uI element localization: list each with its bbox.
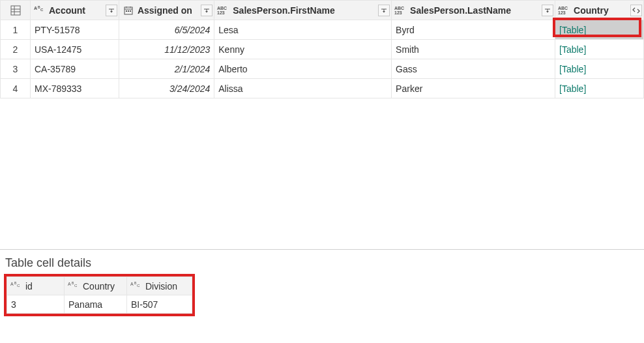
column-label: Account	[46, 5, 104, 16]
svg-text:A: A	[10, 282, 14, 286]
main-table-container: ABC Account Assigned on	[0, 0, 644, 250]
svg-text:C: C	[17, 284, 20, 288]
country-cell[interactable]: [Table]	[555, 40, 644, 59]
details-panel: Table cell details ABC id	[0, 250, 644, 322]
svg-text:123: 123	[558, 10, 566, 15]
column-header-account[interactable]: ABC Account	[31, 1, 119, 20]
details-row[interactable]: 3 Panama BI-507	[7, 295, 192, 314]
svg-text:ABC: ABC	[394, 6, 404, 10]
svg-rect-0	[11, 6, 20, 15]
column-label: Assigned on	[135, 5, 199, 16]
details-id-cell: 3	[7, 299, 64, 310]
lastname-cell[interactable]: Byrd	[392, 20, 555, 40]
svg-text:123: 123	[217, 10, 225, 15]
filter-button[interactable]	[542, 5, 553, 16]
svg-text:A: A	[130, 282, 134, 286]
column-header-firstname[interactable]: ABC123 SalesPerson.FirstName	[214, 1, 392, 20]
svg-text:C: C	[40, 8, 44, 12]
account-cell[interactable]: CA-35789	[31, 59, 119, 79]
row-number[interactable]: 2	[1, 40, 31, 59]
lastname-cell[interactable]: Smith	[392, 40, 555, 59]
text-type-icon: ABC	[10, 281, 23, 291]
firstname-cell[interactable]: Kenny	[214, 40, 392, 59]
lastname-cell[interactable]: Parker	[392, 79, 555, 98]
row-number[interactable]: 1	[1, 20, 31, 40]
column-label: Country	[571, 5, 629, 16]
account-cell[interactable]: PTY-51578	[31, 20, 119, 40]
date-type-icon	[122, 5, 135, 16]
text-type-icon: ABC	[130, 281, 143, 291]
firstname-cell[interactable]: Alissa	[214, 79, 392, 98]
svg-rect-11	[126, 10, 127, 12]
table-row[interactable]: 3CA-357892/1/2024AlbertoGass[Table]	[1, 59, 644, 79]
table-row[interactable]: 2USA-1247511/12/2023KennySmith[Table]	[1, 40, 644, 59]
country-cell[interactable]: [Table]	[555, 20, 644, 40]
svg-text:A: A	[34, 6, 37, 10]
filter-button[interactable]	[106, 5, 117, 16]
details-header-id[interactable]: ABC id	[7, 277, 65, 295]
table-row[interactable]: 4MX-7893333/24/2024AlissaParker[Table]	[1, 79, 644, 98]
column-header-assigned[interactable]: Assigned on	[119, 1, 214, 20]
assigned-cell[interactable]: 6/5/2024	[119, 20, 214, 40]
column-header-lastname[interactable]: ABC123 SalesPerson.LastName	[392, 1, 555, 20]
svg-rect-12	[128, 10, 129, 12]
lastname-cell[interactable]: Gass	[392, 59, 555, 79]
column-label: SalesPerson.FirstName	[230, 5, 377, 16]
country-cell[interactable]: [Table]	[555, 59, 644, 79]
column-label: id	[23, 281, 63, 291]
account-cell[interactable]: MX-789333	[31, 79, 119, 98]
details-table: ABC id ABC Country	[7, 276, 192, 314]
any-type-icon: ABC123	[217, 5, 230, 16]
account-cell[interactable]: USA-12475	[31, 40, 119, 59]
details-country-cell: Panama	[65, 299, 126, 310]
text-type-icon: ABC	[67, 281, 80, 291]
svg-rect-13	[130, 10, 131, 12]
country-cell[interactable]: [Table]	[555, 79, 644, 98]
svg-text:123: 123	[394, 10, 402, 15]
assigned-cell[interactable]: 11/12/2023	[119, 40, 214, 59]
details-header-division[interactable]: ABC Division	[127, 277, 192, 295]
details-header-country[interactable]: ABC Country	[65, 277, 127, 295]
svg-text:ABC: ABC	[217, 6, 227, 10]
text-type-icon: ABC	[33, 5, 46, 16]
svg-text:ABC: ABC	[558, 6, 568, 10]
svg-text:C: C	[74, 284, 78, 288]
column-label: Division	[143, 281, 190, 291]
filter-button[interactable]	[201, 5, 212, 16]
details-highlight-box: ABC id ABC Country	[4, 274, 195, 316]
column-label: SalesPerson.LastName	[407, 5, 540, 16]
column-header-country[interactable]: ABC123 Country	[555, 1, 644, 20]
expand-button[interactable]	[630, 5, 642, 16]
row-number[interactable]: 3	[1, 59, 31, 79]
assigned-cell[interactable]: 2/1/2024	[119, 59, 214, 79]
main-table: ABC Account Assigned on	[0, 0, 644, 98]
table-row[interactable]: 1PTY-515786/5/2024LesaByrd[Table]	[1, 20, 644, 40]
column-label: Country	[80, 281, 125, 291]
filter-button[interactable]	[378, 5, 390, 16]
select-all-corner[interactable]	[1, 1, 31, 20]
any-type-icon: ABC123	[558, 5, 571, 16]
svg-text:C: C	[137, 284, 140, 288]
assigned-cell[interactable]: 3/24/2024	[119, 79, 214, 98]
firstname-cell[interactable]: Alberto	[214, 59, 392, 79]
firstname-cell[interactable]: Lesa	[214, 20, 392, 40]
row-number[interactable]: 4	[1, 79, 31, 98]
details-division-cell: BI-507	[127, 299, 192, 310]
any-type-icon: ABC123	[394, 5, 407, 16]
svg-text:A: A	[68, 282, 71, 286]
table-icon	[10, 5, 22, 16]
details-title: Table cell details	[4, 256, 640, 270]
